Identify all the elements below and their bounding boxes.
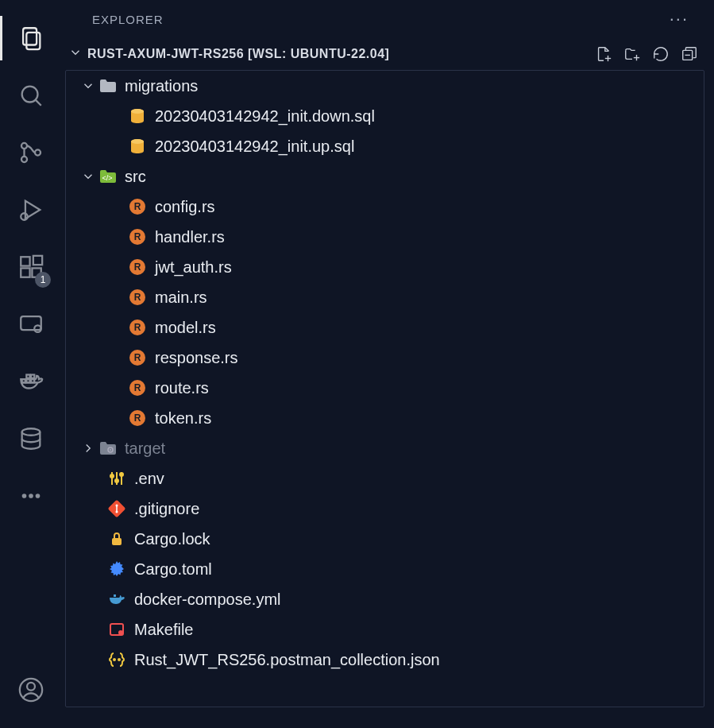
activity-explorer[interactable] [0,10,62,67]
folder-label: target [125,440,165,458]
rust-icon: R [128,409,147,428]
file-label: docker-compose.yml [134,591,281,609]
svg-line-3 [36,100,41,106]
new-folder-icon[interactable] [623,45,641,63]
file-label: 20230403142942_init.down.sql [155,107,375,126]
workspace-header[interactable]: RUST-AXUM-JWT-RS256 [WSL: UBUNTU-22.04] [62,38,704,70]
svg-text:R: R [134,352,141,363]
file-postman[interactable]: Rust_JWT_RS256.postman_collection.json [66,645,704,675]
file-label: 20230403142942_init.up.sql [155,137,354,156]
svg-text:</>: </> [102,174,112,182]
file-row[interactable]: Rhandler.rs [66,222,704,252]
svg-point-35 [131,139,144,144]
svg-rect-19 [31,375,34,378]
database-icon [128,106,147,126]
svg-rect-9 [21,257,29,265]
file-label: .gitignore [134,500,199,518]
svg-text:R: R [134,292,141,303]
file-docker[interactable]: docker-compose.yml [66,584,704,614]
collapse-all-icon[interactable] [681,45,698,63]
json-icon [107,650,126,669]
svg-point-5 [21,157,27,162]
file-label: token.rs [155,409,211,428]
rust-icon: R [128,258,147,277]
svg-point-22 [29,494,33,498]
folder-label: src [125,168,146,186]
lock-icon [107,529,126,548]
rust-icon: R [128,348,147,367]
file-label: route.rs [155,379,209,397]
chevron-right-icon [80,441,96,455]
rust-icon: R [128,378,147,397]
folder-migrations[interactable]: migrations [66,71,704,101]
file-gitignore[interactable]: .gitignore [66,494,704,524]
chevron-down-icon [68,45,83,63]
explorer-title: EXPLORER [92,13,164,26]
chevron-down-icon [80,169,96,184]
svg-point-73 [114,659,115,660]
folder-target[interactable]: target [66,433,704,463]
folder-src[interactable]: </> src [66,161,704,192]
activity-database[interactable] [0,410,62,467]
explorer-header: EXPLORER ··· [62,0,704,38]
svg-point-72 [118,630,123,635]
file-makefile[interactable]: Makefile [66,614,704,645]
rust-icon: R [128,318,147,337]
svg-point-60 [120,473,123,476]
file-row[interactable]: Rtoken.rs [66,403,704,433]
file-label: .env [134,470,164,488]
explorer-panel: EXPLORER ··· RUST-AXUM-JWT-RS256 [WSL: U… [62,0,714,728]
svg-rect-12 [33,256,42,265]
svg-point-25 [27,683,35,691]
folder-icon [98,76,117,95]
file-label: jwt_auth.rs [155,258,232,277]
folder-label: migrations [125,77,198,95]
activity-account[interactable] [0,661,62,718]
svg-point-21 [22,494,27,498]
svg-rect-1 [26,33,40,49]
svg-rect-10 [21,268,29,277]
file-row[interactable]: 20230403142942_init.down.sql [66,101,704,131]
explorer-more-icon[interactable]: ··· [670,9,689,29]
gear-icon [107,560,126,579]
file-row[interactable]: Rroute.rs [66,373,704,403]
svg-point-6 [35,149,41,155]
activity-source-control[interactable] [0,124,62,181]
svg-point-8 [21,213,28,220]
activity-docker[interactable] [0,353,62,410]
rust-icon: R [128,197,147,216]
database-icon [128,137,147,156]
chevron-down-icon [80,79,96,93]
folder-target-icon [98,439,117,458]
activity-extensions[interactable]: 1 [0,238,62,296]
activity-more[interactable] [0,467,62,525]
svg-text:R: R [134,231,141,242]
refresh-icon[interactable] [652,45,670,63]
file-cargotoml[interactable]: Cargo.toml [66,554,704,584]
svg-point-4 [21,143,27,149]
activity-run-debug[interactable] [0,181,62,238]
svg-text:R: R [134,382,141,393]
svg-text:R: R [134,261,141,273]
activity-remote[interactable] [0,296,62,353]
file-row[interactable]: 20230403142942_init.up.sql [66,131,704,161]
file-label: model.rs [155,319,216,337]
svg-rect-65 [112,538,122,545]
file-row[interactable]: Rmain.rs [66,282,704,312]
file-row[interactable]: Rconfig.rs [66,192,704,222]
activity-search[interactable] [0,67,62,124]
file-env[interactable]: .env [66,463,704,494]
activity-bar: 1 [0,0,62,728]
svg-rect-13 [21,316,41,330]
file-row[interactable]: Rmodel.rs [66,312,704,343]
file-label: Cargo.toml [134,560,212,579]
file-row[interactable]: Rresponse.rs [66,343,704,373]
new-file-icon[interactable] [595,45,612,63]
git-icon [107,499,126,518]
folder-src-icon: </> [98,167,117,186]
file-cargolock[interactable]: Cargo.lock [66,524,704,554]
svg-point-2 [22,87,38,103]
file-row[interactable]: Rjwt_auth.rs [66,252,704,282]
svg-point-23 [36,494,41,498]
file-label: main.rs [155,288,207,307]
